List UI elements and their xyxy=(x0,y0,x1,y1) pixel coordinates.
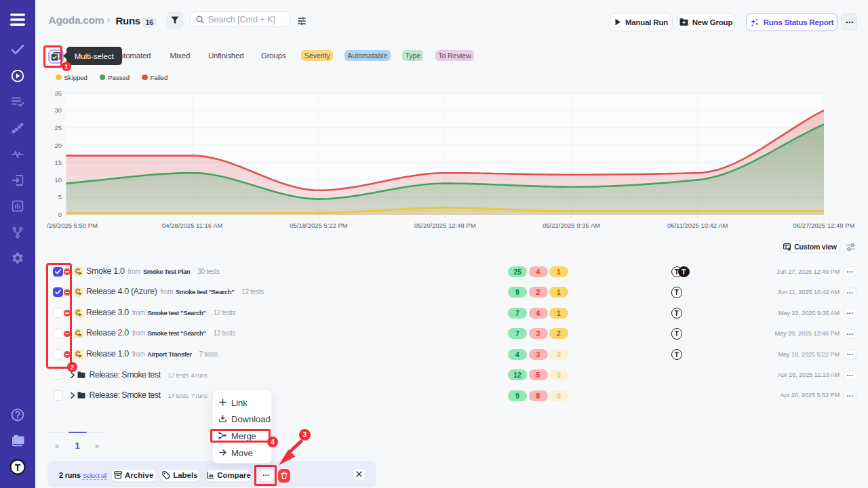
svg-text:06/27/2025 12:49 PM: 06/27/2025 12:49 PM xyxy=(793,222,855,229)
svg-text:05/22/2025 9:35 AM: 05/22/2025 9:35 AM xyxy=(542,222,600,229)
svg-text:30: 30 xyxy=(54,106,62,114)
svg-text:06/11/2025 10:42 AM: 06/11/2025 10:42 AM xyxy=(667,222,728,229)
svg-text:05/18/2025 5:22 PM: 05/18/2025 5:22 PM xyxy=(290,222,348,229)
svg-text:5: 5 xyxy=(58,193,62,201)
svg-text:20: 20 xyxy=(54,142,62,149)
svg-text:05/20/2025 12:48 PM: 05/20/2025 12:48 PM xyxy=(414,222,476,229)
svg-text:0: 0 xyxy=(58,211,62,218)
svg-text:15: 15 xyxy=(54,159,62,166)
svg-text:10: 10 xyxy=(54,176,62,184)
svg-text:25: 25 xyxy=(54,124,62,131)
svg-text:04/28/2025 11:16 AM: 04/28/2025 11:16 AM xyxy=(162,222,223,229)
svg-text:35: 35 xyxy=(54,89,62,97)
svg-text:/26/2025 5:50 PM: /26/2025 5:50 PM xyxy=(47,222,98,229)
